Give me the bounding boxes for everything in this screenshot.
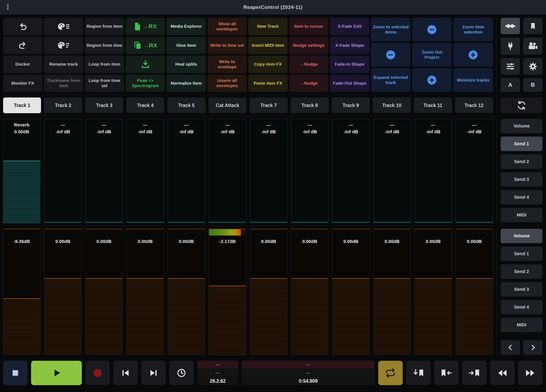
x-fade-shape-button[interactable]: X-Fade Shape [330,37,369,54]
play-button[interactable] [31,361,82,385]
goggles-button[interactable] [501,18,520,34]
settings-button[interactable] [523,58,542,75]
track-tab-9[interactable]: Track 9 [332,97,370,113]
peak-spectrogram-button[interactable]: Peak <> Spectrogram [126,75,165,92]
projector-button[interactable] [523,38,542,55]
send-fader-8[interactable]: ----inf dB [291,119,329,223]
send-fader-10[interactable]: ----inf dB [373,119,411,223]
track-tab-12[interactable]: Track 12 [455,97,493,113]
send-fader-4[interactable]: ----inf dB [127,119,164,223]
zoom-to-selected-items-button[interactable]: Zoom to selected items [371,18,410,41]
send-fader-6[interactable]: ----inf dB [209,119,246,223]
zoom-time-selection-button[interactable]: Zoom time selection [453,18,493,41]
new-track-button[interactable]: New Track [248,18,287,35]
sends-tab-send-2[interactable]: Send 2 [501,154,542,169]
page-previous-button[interactable] [501,340,520,355]
clock-button[interactable] [169,361,194,385]
page-next-button[interactable] [523,340,542,355]
volume-fader-4[interactable]: 0.00dB [127,229,164,355]
layout-a-button[interactable]: A [501,78,520,92]
volume-tab-send-4[interactable]: Send 4 [501,300,542,314]
marker-drop-button[interactable] [406,361,431,385]
nudge-settings-button[interactable]: Nudge settings [289,37,328,54]
nudge-left-button[interactable]: ←Nudge [289,56,328,73]
send-fader-5[interactable]: ----inf dB [168,119,205,223]
heal-splits-button[interactable]: Heal splits [167,56,206,73]
volume-fader-1[interactable]: -9.36dB [3,229,40,355]
send-fader-12[interactable]: ----inf dB [456,119,493,223]
loop-from-time-sel-button[interactable]: Loop from time sel [85,75,124,92]
nudge-right-button[interactable]: →Nudge [289,75,328,92]
record-button[interactable] [85,361,110,385]
zoom-out-project-button[interactable]: Zoom Out Project [412,43,452,67]
minus-circle-button[interactable] [412,18,452,41]
paste-item-fx-button[interactable]: Paste item FX [248,75,287,92]
write-to-time-sel-button[interactable]: Write to time sel [208,37,247,54]
send-item-to-rx-button[interactable]: →RX [126,18,165,35]
copy-items-to-rx-button[interactable]: →RX [126,37,165,54]
volume-fader-12[interactable]: 0.00dB [456,229,493,355]
normalize-item-button[interactable]: Normalize Item [167,75,206,92]
volume-fader-6[interactable]: -2.17dB [209,229,246,355]
glue-item-button[interactable]: Glue item [167,37,206,54]
send-fader-2[interactable]: ----inf dB [44,119,82,223]
send-fader-1[interactable]: Reverb0.00dB [3,119,40,223]
show-all-envelopes-button[interactable]: Show all envelopes [208,18,247,35]
mixer-button[interactable] [501,58,520,75]
sends-tab-send-3[interactable]: Send 3 [501,172,542,187]
skip-to-start-button[interactable] [113,361,138,385]
rename-track-button[interactable]: Rename track [44,56,83,73]
unarm-all-envelopes-button[interactable]: Unarm all envelopes [208,75,247,92]
plus-circle-button[interactable] [412,68,452,92]
volume-fader-3[interactable]: 0.00dB [85,229,123,355]
media-explorer-button[interactable]: Media Explorer [167,18,206,35]
track-tab-8[interactable]: Track 8 [291,97,329,113]
docker-button[interactable]: Docker [3,56,42,73]
send-fader-11[interactable]: ----inf dB [415,119,452,223]
track-tab-5[interactable]: Track 5 [167,97,205,113]
volume-fader-10[interactable]: 0.00dB [373,229,411,355]
fast-forward-button[interactable] [518,361,542,385]
volume-fader-7[interactable]: 0.00dB [250,229,287,355]
item-to-cursor-button[interactable]: Item to cursor [289,18,328,35]
sends-tab-volume[interactable]: Volume [501,119,542,133]
bookmark-button[interactable] [523,18,542,34]
volume-fader-11[interactable]: 0.00dB [415,229,452,355]
minimize-tracks-button[interactable]: Minimize tracks [453,68,493,92]
send-fader-3[interactable]: ----inf dB [85,119,123,223]
plus-circle-button[interactable] [453,43,493,67]
marker-previous-button[interactable] [434,361,459,385]
track-tab-3[interactable]: Track 3 [85,97,123,113]
repeat-button[interactable] [378,361,403,385]
plug-button[interactable] [501,38,520,55]
import-item-button[interactable] [126,56,165,73]
volume-tab-midi[interactable]: MIDI [501,318,542,332]
copy-item-fx-button[interactable]: Copy item FX [248,56,287,73]
volume-tab-volume[interactable]: Volume [501,229,542,243]
volume-tab-send-1[interactable]: Send 1 [501,247,542,261]
layout-b-button[interactable]: B [523,78,542,92]
send-fader-7[interactable]: ----inf dB [250,119,287,223]
volume-fader-5[interactable]: 0.00dB [168,229,205,355]
trackname-from-item-button[interactable]: Trackname from item [44,75,83,92]
send-fader-9[interactable]: ----inf dB [332,119,370,223]
track-tab-10[interactable]: Track 10 [373,97,411,113]
time-position-display[interactable]: --- --- 0:54.809 [242,361,375,385]
refresh-tracks-button[interactable] [501,97,542,113]
insert-midi-item-button[interactable]: Insert MIDI item [248,37,287,54]
track-tab-2[interactable]: Track 2 [44,97,82,113]
marker-next-button[interactable] [462,361,487,385]
rewind-button[interactable] [490,361,514,385]
track-tab-4[interactable]: Track 4 [126,97,164,113]
track-tab-7[interactable]: Track 7 [250,97,287,113]
track-tab-11[interactable]: Track 11 [414,97,452,113]
minus-circle-button[interactable] [371,43,410,67]
stop-button[interactable] [3,361,27,385]
region-from-time-button[interactable]: Region from time [85,37,124,54]
monitor-fx-button[interactable]: Monitor FX [3,75,42,92]
redo-button[interactable] [3,37,42,54]
sends-tab-send-1[interactable]: Send 1 [501,137,542,151]
beats-position-display[interactable]: --- --- 28.2.62 [197,361,238,385]
volume-tab-send-2[interactable]: Send 2 [501,264,542,279]
write-to-envelope-button[interactable]: Write to envelope [208,56,247,73]
